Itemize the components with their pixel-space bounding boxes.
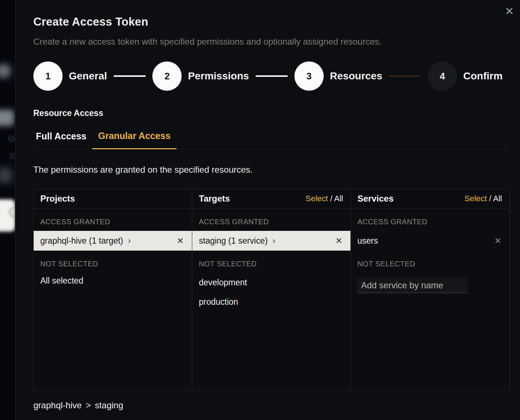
- services-column-header: Services Select / All: [351, 189, 509, 209]
- access-granted-label: ACCESS GRANTED: [34, 209, 192, 231]
- step-number-badge: 4: [428, 61, 457, 91]
- step-number-badge: 2: [152, 61, 182, 91]
- not-selected-label: NOT SELECTED: [192, 251, 350, 273]
- projects-column: Projects ACCESS GRANTED graphql-hive (1 …: [34, 189, 192, 390]
- chevron-right-icon: ›: [128, 236, 131, 246]
- dialog-title: Create Access Token: [33, 15, 510, 29]
- column-title: Projects: [40, 194, 75, 204]
- select-all-separator: /: [489, 194, 491, 203]
- step-label: Resources: [330, 70, 382, 82]
- backdrop-blur-blob: [0, 168, 12, 183]
- column-title: Targets: [199, 194, 230, 204]
- page-backdrop: o s C: [0, 0, 15, 420]
- targets-column-header: Targets Select / All: [192, 189, 350, 209]
- granted-service-row: users ✕: [351, 231, 509, 251]
- breadcrumb-target: staging: [95, 400, 123, 410]
- close-icon[interactable]: ✕: [503, 4, 516, 18]
- targets-select-all: Select / All: [305, 194, 343, 203]
- granted-service-label: users: [357, 236, 378, 246]
- step-connector: [389, 75, 421, 77]
- backdrop-text-fragment: o: [8, 132, 14, 144]
- access-granted-label: ACCESS GRANTED: [351, 209, 509, 231]
- step-label: Confirm: [463, 70, 502, 82]
- services-select-link[interactable]: Select: [464, 194, 487, 203]
- backdrop-blur-blob: [0, 110, 14, 126]
- step-label: Permissions: [188, 70, 249, 82]
- breadcrumb: graphql-hive > staging: [33, 400, 510, 410]
- step-number-badge: 1: [33, 61, 63, 91]
- tab-granular-access[interactable]: Granular Access: [92, 131, 177, 149]
- selected-project-label: graphql-hive (1 target): [40, 236, 123, 246]
- targets-column: Targets Select / All ACCESS GRANTED stag…: [192, 189, 351, 390]
- access-mode-tabs: Full Access Granular Access: [33, 131, 510, 149]
- resource-selection-table: Projects ACCESS GRANTED graphql-hive (1 …: [33, 189, 510, 391]
- select-all-separator: /: [330, 194, 333, 203]
- remove-project-icon[interactable]: ✕: [177, 236, 184, 246]
- backdrop-text-fragment: C: [9, 205, 15, 220]
- breadcrumb-separator: >: [86, 400, 91, 410]
- selected-target-row[interactable]: staging (1 service) › ✕: [192, 231, 350, 251]
- step-connector: [114, 75, 146, 77]
- step-general[interactable]: 1 General: [33, 61, 107, 91]
- selected-target-label: staging (1 service): [199, 236, 268, 246]
- step-connector: [256, 75, 288, 77]
- not-selected-label: NOT SELECTED: [34, 251, 192, 273]
- remove-service-icon[interactable]: ✕: [494, 236, 501, 246]
- column-title: Services: [357, 194, 394, 204]
- target-option-production[interactable]: production: [192, 292, 350, 312]
- access-granted-label: ACCESS GRANTED: [192, 209, 350, 231]
- wizard-stepper: 1 General 2 Permissions 3 Resources 4 Co…: [33, 61, 510, 91]
- selected-project-row[interactable]: graphql-hive (1 target) › ✕: [34, 231, 192, 251]
- chevron-right-icon: ›: [272, 236, 275, 246]
- backdrop-blur-blob: [0, 64, 10, 78]
- backdrop-text-fragment: s: [9, 149, 15, 162]
- step-resources[interactable]: 3 Resources: [294, 61, 382, 91]
- not-selected-label: NOT SELECTED: [351, 251, 509, 273]
- all-selected-text: All selected: [34, 273, 192, 289]
- step-permissions[interactable]: 2 Permissions: [152, 61, 249, 91]
- create-access-token-dialog: ✕ Create Access Token Create a new acces…: [15, 0, 520, 420]
- tab-full-access[interactable]: Full Access: [33, 131, 86, 149]
- targets-all-link[interactable]: All: [334, 194, 343, 203]
- granular-access-note: The permissions are granted on the speci…: [33, 165, 510, 175]
- step-label: General: [69, 70, 107, 82]
- resource-access-heading: Resource Access: [33, 108, 510, 118]
- projects-column-header: Projects: [34, 189, 192, 209]
- targets-select-link[interactable]: Select: [305, 194, 328, 203]
- services-all-link[interactable]: All: [493, 194, 502, 203]
- step-confirm[interactable]: 4 Confirm: [428, 61, 502, 91]
- services-column: Services Select / All ACCESS GRANTED use…: [351, 189, 509, 390]
- dialog-description: Create a new access token with specified…: [33, 37, 510, 47]
- breadcrumb-project: graphql-hive: [33, 400, 82, 410]
- add-service-input[interactable]: [357, 278, 468, 293]
- target-option-development[interactable]: development: [192, 273, 350, 292]
- step-number-badge: 3: [294, 61, 324, 91]
- services-select-all: Select / All: [464, 194, 502, 203]
- remove-target-icon[interactable]: ✕: [335, 236, 342, 246]
